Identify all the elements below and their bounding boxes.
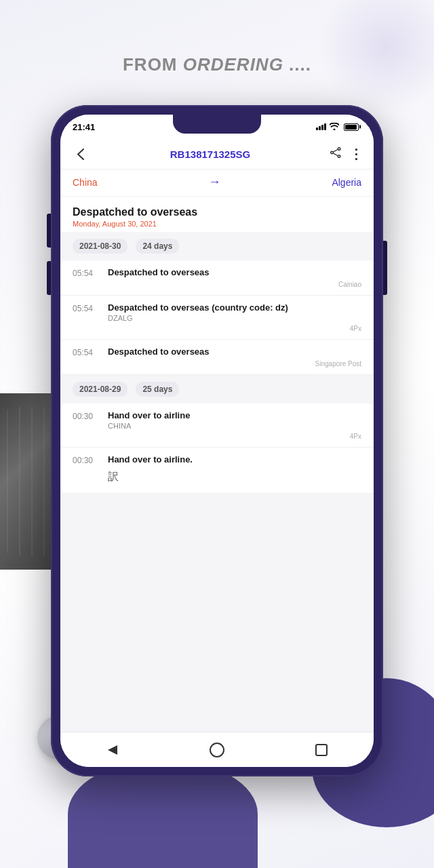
date-divider-2: 2021-08-29 25 days [60,375,374,403]
back-button[interactable] [71,144,90,163]
tracking-events-list: 2021-08-30 24 days 05:54 Despatched to o… [60,232,374,732]
event-carrier-4: 4Px [73,433,361,440]
nav-recent-button[interactable] [309,738,334,762]
status-time: 21:41 [73,122,95,132]
route-to: Algeria [332,177,361,188]
svg-line-4 [333,153,338,156]
page-title: FROM ORDERING .... [0,54,434,75]
event-item-5: 00:30 Hand over to airline. 訳 [60,448,374,494]
days-label-2: 25 days [136,382,179,397]
status-icons [316,123,359,132]
nav-back-button[interactable] [100,738,125,762]
power-button [383,241,387,295]
event-carrier-1: Cainiao [73,281,361,288]
event-details-1: Despatched to overseas [108,267,361,277]
signal-icon [316,123,326,130]
event-time-5: 00:30 [73,454,98,465]
more-options-icon[interactable]: ⋮ [349,147,363,161]
route-arrow-icon: → [209,175,221,189]
svg-text:訳: 訳 [108,471,119,482]
event-details-2: Despatched to overseas (country code: dz… [108,302,361,322]
event-item-4: 00:30 Hand over to airline CHINA 4Px [60,403,374,448]
event-time-1: 05:54 [73,267,98,278]
event-item-1: 05:54 Despatched to overseas Cainiao [60,260,374,296]
section-header: Despatched to overseas Monday, August 30… [60,197,374,232]
event-title-5: Hand over to airline. [108,454,361,465]
event-time-4: 00:30 [73,410,98,421]
date-label-2: 2021-08-29 [73,382,127,397]
days-label-1: 24 days [136,239,179,254]
route-bar: China → Algeria [60,170,374,197]
event-title-1: Despatched to overseas [108,267,361,277]
event-title-2: Despatched to overseas (country code: dz… [108,302,361,313]
svg-point-1 [338,155,340,158]
volume-up-button [47,214,51,248]
svg-point-0 [338,148,340,151]
tracking-id: RB138171325SG [170,149,250,160]
event-details-5: Hand over to airline. [108,454,361,465]
header-actions: ⋮ [330,147,363,161]
translate-icon[interactable]: 訳 [108,469,123,486]
event-title-4: Hand over to airline [108,410,361,420]
section-date: Monday, August 30, 2021 [73,220,361,228]
date-label-1: 2021-08-30 [73,239,127,254]
event-item-2: 05:54 Despatched to overseas (country co… [60,296,374,340]
svg-line-3 [333,149,338,152]
event-carrier-3: Singapore Post [73,360,361,368]
date-divider-1: 2021-08-30 24 days [60,232,374,260]
event-details-4: Hand over to airline CHINA [108,410,361,430]
route-from: China [73,177,98,188]
bottom-nav [60,732,374,767]
share-icon[interactable] [330,147,341,161]
volume-down-button [47,261,51,295]
svg-point-2 [331,151,334,154]
battery-icon [344,123,359,131]
event-details-3: Despatched to overseas [108,347,361,357]
event-time-3: 05:54 [73,347,98,357]
section-title: Despatched to overseas [73,206,361,218]
phone-notch [173,115,261,134]
wifi-icon [330,123,339,132]
event-location-2: DZALG [108,314,361,322]
event-item-3: 05:54 Despatched to overseas Singapore P… [60,340,374,375]
event-carrier-2: 4Px [73,325,361,332]
app-header: RB138171325SG ⋮ [60,139,374,170]
event-time-2: 05:54 [73,302,98,313]
event-title-3: Despatched to overseas [108,347,361,357]
event-location-4: CHINA [108,422,361,430]
phone-screen: 21:41 RB138171325SG [60,115,374,767]
nav-home-button[interactable] [205,738,229,762]
svg-marker-6 [108,745,117,755]
phone-frame: 21:41 RB138171325SG [51,105,383,776]
